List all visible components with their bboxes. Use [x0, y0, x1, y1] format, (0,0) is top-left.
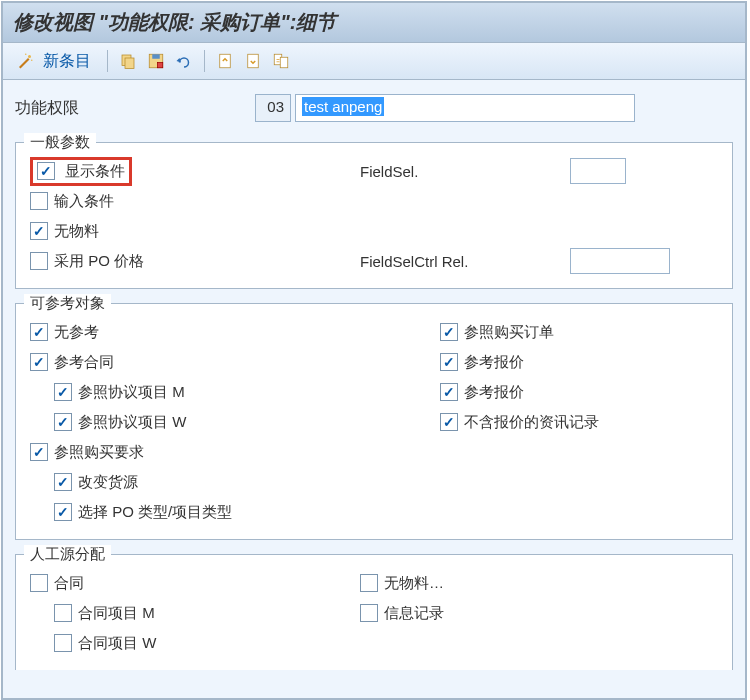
no-ref-checkbox[interactable] [30, 323, 48, 341]
toolbar-separator [107, 50, 108, 72]
svg-rect-7 [158, 63, 163, 68]
select-po-type-label: 选择 PO 类型/项目类型 [78, 503, 232, 522]
ref-quote2-label: 参考报价 [464, 383, 524, 402]
svg-point-1 [25, 54, 27, 56]
ref-quote2-checkbox[interactable] [440, 383, 458, 401]
ref-objects-panel: 可参考对象 无参考 参考合同 参照协议项目 M 参照协议项目 W 参照购买要求 … [15, 303, 733, 540]
doc-nav2-icon[interactable] [241, 49, 265, 73]
content-area: 功能权限 03 test anpeng 一般参数 显示条件 FieldSel. [3, 80, 745, 698]
change-src-label: 改变货源 [78, 473, 138, 492]
ref-quote1-label: 参考报价 [464, 353, 524, 372]
change-src-checkbox[interactable] [54, 473, 72, 491]
svg-rect-9 [248, 54, 259, 68]
adopt-po-price-label: 采用 PO 价格 [54, 252, 144, 271]
ref-agree-w-checkbox[interactable] [54, 413, 72, 431]
manual-no-material-label: 无物料… [384, 574, 444, 593]
svg-point-0 [28, 55, 31, 58]
ref-pr-label: 参照购买要求 [54, 443, 144, 462]
display-conditions-checkbox[interactable] [37, 162, 55, 180]
function-auth-row: 功能权限 03 test anpeng [15, 94, 733, 122]
ref-agree-w-label: 参照协议项目 W [78, 413, 186, 432]
manual-contract-label: 合同 [54, 574, 84, 593]
ref-pr-checkbox[interactable] [30, 443, 48, 461]
fieldsel-label: FieldSel. [360, 163, 570, 180]
general-params-panel: 一般参数 显示条件 FieldSel. 输入条件 [15, 142, 733, 289]
select-po-type-checkbox[interactable] [54, 503, 72, 521]
window-title: 修改视图 "功能权限: 采购订单":细节 [3, 3, 745, 43]
fieldsel-input[interactable] [570, 158, 626, 184]
manual-info-record-label: 信息记录 [384, 604, 444, 623]
display-conditions-label: 显示条件 [65, 162, 125, 179]
ref-po-label: 参照购买订单 [464, 323, 554, 342]
ref-agree-m-label: 参照协议项目 M [78, 383, 185, 402]
info-no-quote-checkbox[interactable] [440, 413, 458, 431]
adopt-po-price-checkbox[interactable] [30, 252, 48, 270]
undo-icon[interactable] [172, 49, 196, 73]
svg-point-2 [31, 60, 33, 62]
svg-rect-8 [220, 54, 231, 68]
ref-objects-title: 可参考对象 [24, 294, 111, 313]
ref-contract-checkbox[interactable] [30, 353, 48, 371]
new-entry-link[interactable]: 新条目 [43, 51, 91, 72]
copy-icon[interactable] [116, 49, 140, 73]
function-auth-code[interactable]: 03 [255, 94, 291, 122]
input-conditions-label: 输入条件 [54, 192, 114, 211]
wand-icon[interactable] [13, 49, 37, 73]
no-material-checkbox[interactable] [30, 222, 48, 240]
app-window: 修改视图 "功能权限: 采购订单":细节 新条目 功能权限 03 test an… [1, 1, 747, 700]
ref-po-checkbox[interactable] [440, 323, 458, 341]
doc-nav3-icon[interactable] [269, 49, 293, 73]
general-params-title: 一般参数 [24, 133, 96, 152]
ref-contract-label: 参考合同 [54, 353, 114, 372]
manual-contract-w-label: 合同项目 W [78, 634, 156, 653]
function-auth-desc[interactable]: test anpeng [295, 94, 635, 122]
doc-nav1-icon[interactable] [213, 49, 237, 73]
info-no-quote-label: 不含报价的资讯记录 [464, 413, 599, 432]
fieldselctrl-input[interactable] [570, 248, 670, 274]
manual-source-title: 人工源分配 [24, 545, 111, 564]
no-ref-label: 无参考 [54, 323, 99, 342]
display-conditions-highlight: 显示条件 [30, 157, 132, 186]
manual-info-record-checkbox[interactable] [360, 604, 378, 622]
no-material-label: 无物料 [54, 222, 99, 241]
manual-source-panel: 人工源分配 合同 合同项目 M 合同项目 W 无物料… 信息记录 [15, 554, 733, 670]
svg-rect-6 [152, 54, 160, 59]
manual-contract-m-checkbox[interactable] [54, 604, 72, 622]
manual-contract-m-label: 合同项目 M [78, 604, 155, 623]
manual-no-material-checkbox[interactable] [360, 574, 378, 592]
manual-contract-w-checkbox[interactable] [54, 634, 72, 652]
save-icon[interactable] [144, 49, 168, 73]
fieldselctrl-label: FieldSelCtrl Rel. [360, 253, 570, 270]
input-conditions-checkbox[interactable] [30, 192, 48, 210]
function-auth-desc-text: test anpeng [302, 97, 384, 116]
toolbar-separator [204, 50, 205, 72]
toolbar: 新条目 [3, 43, 745, 80]
function-auth-label: 功能权限 [15, 98, 255, 119]
svg-rect-11 [280, 57, 288, 68]
ref-agree-m-checkbox[interactable] [54, 383, 72, 401]
svg-rect-4 [125, 58, 134, 69]
manual-contract-checkbox[interactable] [30, 574, 48, 592]
ref-quote1-checkbox[interactable] [440, 353, 458, 371]
